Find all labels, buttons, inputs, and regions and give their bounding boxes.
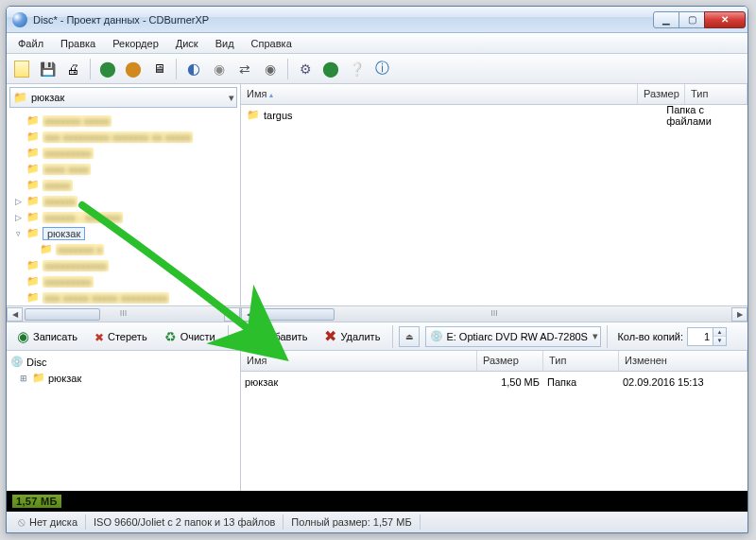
close-button[interactable]	[704, 11, 746, 28]
chevron-down-icon[interactable]	[593, 330, 598, 342]
tree-item-selected[interactable]: рюкзак	[12, 225, 240, 241]
plus-icon	[241, 325, 258, 348]
globe-green-icon[interactable]	[96, 58, 119, 80]
scroll-left-icon[interactable]: ◀	[7, 307, 23, 322]
separator	[228, 325, 229, 348]
file-list-body[interactable]: рюкзак 1,50 МБ Папка 02.09.2016 15:13	[241, 372, 747, 491]
project-tree[interactable]: Disc рюкзак	[7, 351, 241, 491]
eject-button[interactable]	[399, 326, 420, 347]
copies-spinner[interactable]: ▲▼	[687, 327, 727, 346]
scrollbar-horizontal[interactable]: ◀ III ▶	[7, 305, 240, 322]
print-icon[interactable]	[61, 58, 84, 80]
scroll-thumb[interactable]	[25, 308, 100, 321]
drive-dropdown[interactable]: E: Optiarc DVD RW AD-7280S	[425, 326, 601, 347]
col-type[interactable]: Тип	[543, 351, 619, 371]
list-item[interactable]: рюкзак 1,50 МБ Папка 02.09.2016 15:13	[245, 374, 747, 390]
expand-icon[interactable]	[18, 374, 29, 383]
separator	[90, 59, 91, 79]
spin-up-icon[interactable]: ▲	[713, 328, 726, 337]
file-list[interactable]: targus Папка с файлами	[241, 105, 747, 305]
size-bar[interactable]: 1,57 МБ	[7, 491, 747, 512]
help-icon[interactable]	[345, 58, 368, 80]
delete-button[interactable]: Удалить	[318, 324, 387, 349]
burn-icon	[17, 328, 29, 345]
copies-control: Кол-во копий: ▲▼	[617, 327, 727, 346]
tree-item[interactable]: рюкзак	[10, 370, 240, 386]
menubar: Файл Правка Рекордер Диск Вид Справка	[7, 33, 747, 54]
tree-root[interactable]: Disc	[10, 354, 240, 370]
menu-edit[interactable]: Правка	[53, 35, 103, 52]
clear-button[interactable]: Очисти	[158, 324, 222, 349]
status-fullsize: Полный размер: 1,57 МБ	[284, 514, 420, 530]
col-name[interactable]: Имя	[241, 84, 638, 104]
menu-view[interactable]: Вид	[208, 35, 242, 52]
folder-icon	[29, 372, 48, 384]
col-type[interactable]: Тип	[685, 84, 747, 104]
maximize-button[interactable]	[679, 11, 705, 28]
folder-icon	[13, 91, 31, 104]
menu-disc[interactable]: Диск	[168, 35, 206, 52]
burn-button[interactable]: Записать	[10, 324, 84, 349]
separator	[287, 59, 288, 79]
separator	[607, 325, 608, 348]
col-size[interactable]: Размер	[477, 351, 543, 371]
toolbar	[7, 54, 747, 84]
scrollbar-horizontal[interactable]: ◀ III ▶	[241, 305, 747, 322]
disc-icon	[430, 330, 446, 342]
folder-tree[interactable]: xxxxxxx xxxxx xxx xxxxxxxxx xxxxxxx xx x…	[7, 111, 240, 305]
minimize-button[interactable]	[653, 11, 679, 28]
project-file-list: Имя Размер Тип Изменен рюкзак 1,50 МБ Па…	[241, 351, 747, 491]
clear-icon	[164, 328, 177, 344]
window-title: Disc* - Проект данных - CDBurnerXP	[33, 14, 654, 26]
new-icon[interactable]	[10, 58, 33, 80]
source-file-pane: Имя Размер Тип targus Папка с файлами ◀ …	[241, 84, 747, 322]
nodisc-icon	[18, 515, 26, 529]
spin-down-icon[interactable]: ▼	[713, 337, 726, 345]
folder-icon	[245, 109, 264, 121]
app-icon	[12, 12, 27, 27]
titlebar[interactable]: Disc* - Проект данных - CDBurnerXP	[7, 7, 747, 33]
info-icon[interactable]	[370, 58, 393, 80]
folder-icon	[24, 227, 43, 239]
chevron-down-icon[interactable]	[229, 92, 234, 104]
menu-recorder[interactable]: Рекордер	[105, 35, 166, 52]
scroll-right-icon[interactable]: ▶	[731, 307, 747, 322]
scroll-left-icon[interactable]: ◀	[241, 307, 257, 322]
folder-dropdown-label: рюкзак	[31, 92, 64, 103]
globe-orange-icon[interactable]	[122, 58, 145, 80]
erase-button[interactable]: Стереть	[88, 324, 154, 349]
column-headers[interactable]: Имя Размер Тип Изменен	[241, 351, 747, 372]
col-size[interactable]: Размер	[638, 84, 685, 104]
separator	[392, 325, 393, 348]
action-bar: Записать Стереть Очисти Добавить Удалить…	[7, 322, 747, 351]
scroll-thumb[interactable]	[259, 308, 335, 321]
save-icon[interactable]	[36, 58, 59, 80]
add-button[interactable]: Добавить	[234, 324, 315, 349]
menu-help[interactable]: Справка	[244, 35, 300, 52]
play-icon[interactable]	[259, 58, 282, 80]
status-bar: Нет диска ISO 9660/Joliet с 2 папок и 13…	[7, 512, 747, 532]
folder-dropdown[interactable]: рюкзак	[9, 87, 237, 108]
source-tree-pane: рюкзак xxxxxxx xxxxx xxx xxxxxxxxx xxxxx…	[7, 84, 241, 322]
scroll-right-icon[interactable]: ▶	[224, 307, 240, 322]
column-headers[interactable]: Имя Размер Тип	[241, 84, 747, 105]
app-window: Disc* - Проект данных - CDBurnerXP Файл …	[6, 6, 748, 533]
list-item[interactable]: targus Папка с файлами	[245, 107, 747, 123]
separator	[176, 59, 177, 79]
update-icon[interactable]	[319, 58, 342, 80]
menu-file[interactable]: Файл	[10, 35, 51, 52]
copies-input[interactable]	[688, 331, 713, 342]
col-name[interactable]: Имя	[241, 351, 477, 371]
gear-icon[interactable]	[294, 58, 317, 80]
disc-icon[interactable]	[208, 58, 231, 80]
status-iso: ISO 9660/Joliet с 2 папок и 13 файлов	[86, 514, 284, 530]
monitor-icon[interactable]	[147, 58, 170, 80]
audio-icon[interactable]	[182, 58, 205, 80]
col-modified[interactable]: Изменен	[619, 351, 747, 371]
status-nodisc: Нет диска	[10, 514, 86, 530]
disc-icon	[10, 356, 26, 368]
erase-icon	[94, 328, 104, 344]
arrows-icon[interactable]	[233, 58, 256, 80]
x-icon	[324, 327, 336, 345]
